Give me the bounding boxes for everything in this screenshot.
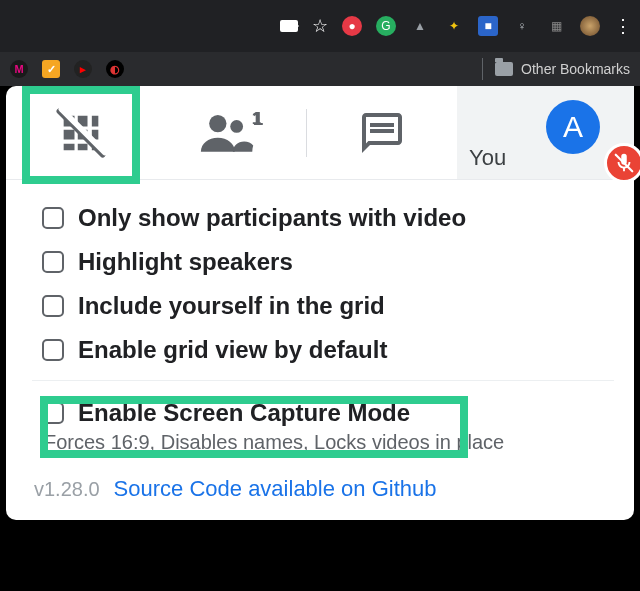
tab-chat[interactable]: [307, 86, 457, 179]
participant-you-label: You: [469, 145, 506, 171]
participant-self-cell[interactable]: A You: [457, 86, 634, 179]
camera-icon: [280, 20, 298, 32]
extension-superman-icon[interactable]: ✦: [444, 16, 464, 36]
bookmarks-divider: [482, 58, 483, 80]
extension-dict-icon[interactable]: ■: [478, 16, 498, 36]
option-label: Enable grid view by default: [78, 336, 387, 364]
options-list: Only show participants with video Highli…: [6, 180, 634, 462]
svg-point-0: [209, 114, 226, 131]
other-bookmarks-button[interactable]: Other Bookmarks: [521, 61, 630, 77]
bookmark-dark-icon[interactable]: ◐: [106, 60, 124, 78]
bookmarks-bar: M ✓ ▸ ◐ Other Bookmarks: [0, 52, 640, 86]
option-label: Enable Screen Capture Mode: [78, 399, 410, 427]
option-label: Include yourself in the grid: [78, 292, 385, 320]
option-enable-default[interactable]: Enable grid view by default: [42, 328, 614, 372]
extension-drive-icon[interactable]: ▲: [410, 16, 430, 36]
folder-icon: [495, 62, 513, 76]
checkbox[interactable]: [42, 339, 64, 361]
browser-toolbar: ☆ ● G ▲ ✦ ■ ♀ ▦ ⋮: [0, 0, 640, 52]
panel-footer: v1.28.0 Source Code available on Github: [6, 462, 634, 502]
section-divider: [32, 380, 614, 381]
extension-adblock-icon[interactable]: ●: [342, 16, 362, 36]
version-label: v1.28.0: [34, 478, 100, 501]
avatar: A: [546, 100, 600, 154]
profile-avatar-icon[interactable]: [580, 16, 600, 36]
option-include-self[interactable]: Include yourself in the grid: [42, 284, 614, 328]
checkbox[interactable]: [42, 402, 64, 424]
people-count: 1: [253, 108, 264, 130]
mic-muted-icon: [604, 143, 640, 183]
star-icon[interactable]: ☆: [312, 15, 328, 37]
option-description: Forces 16:9, Disables names, Locks video…: [44, 431, 614, 454]
extension-bulb-icon[interactable]: ♀: [512, 16, 532, 36]
avatar-initial: A: [563, 110, 583, 144]
option-only-video[interactable]: Only show participants with video: [42, 196, 614, 240]
source-code-link[interactable]: Source Code available on Github: [114, 476, 437, 502]
extension-grammarly-icon[interactable]: G: [376, 16, 396, 36]
grid-off-icon: [55, 107, 107, 159]
extension-grid-icon[interactable]: ▦: [546, 16, 566, 36]
option-highlight-speakers[interactable]: Highlight speakers: [42, 240, 614, 284]
panel-tabs: 1 1 A You: [6, 86, 634, 180]
browser-menu-icon[interactable]: ⋮: [614, 15, 632, 37]
option-label: Highlight speakers: [78, 248, 293, 276]
checkbox[interactable]: [42, 207, 64, 229]
chat-icon: [358, 109, 406, 157]
option-label: Only show participants with video: [78, 204, 466, 232]
bookmark-app-icon[interactable]: ✓: [42, 60, 60, 78]
option-screen-capture[interactable]: Enable Screen Capture Mode: [42, 391, 614, 435]
checkbox[interactable]: [42, 251, 64, 273]
tab-grid-disabled[interactable]: [6, 86, 156, 179]
checkbox[interactable]: [42, 295, 64, 317]
svg-point-1: [230, 120, 243, 133]
tab-people[interactable]: 1 1: [156, 86, 306, 179]
bookmark-myntra-icon[interactable]: M: [10, 60, 28, 78]
bookmark-youtube-icon[interactable]: ▸: [74, 60, 92, 78]
meet-grid-panel: 1 1 A You Only show participants with vi…: [6, 86, 634, 520]
